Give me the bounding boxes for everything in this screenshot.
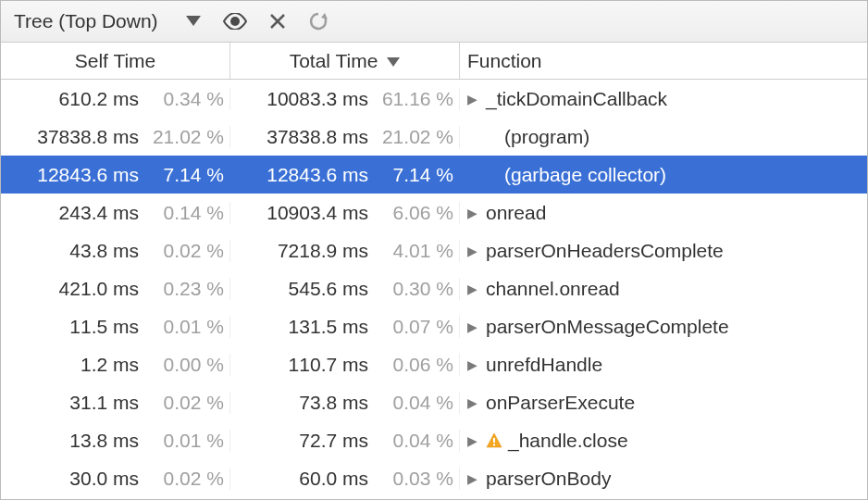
self-ms: 610.2 ms [9,88,139,110]
self-pct: 0.00 % [139,354,224,376]
total-pct: 21.02 % [368,126,453,148]
header-function-label: Function [467,50,542,72]
total-pct: 7.14 % [368,164,453,186]
function-name: onParserExecute [486,392,635,414]
cell-self-time: 37838.8 ms21.02 % [1,126,230,148]
expand-icon[interactable]: ▶ [467,395,480,410]
header-function[interactable]: Function [460,43,867,79]
header-total-time[interactable]: Total Time [230,43,460,79]
function-name: (program) [504,126,589,148]
self-ms: 37838.8 ms [9,126,139,148]
expand-icon[interactable]: ▶ [467,433,480,448]
self-pct: 7.14 % [139,164,224,186]
view-mode-title[interactable]: Tree (Top Down) [14,10,158,32]
table-row[interactable]: 30.0 ms0.02 %60.0 ms0.03 %▶parserOnBody [1,459,867,497]
cell-total-time: 545.6 ms0.30 % [230,278,460,300]
self-pct: 0.01 % [139,430,224,452]
cell-self-time: 43.8 ms0.02 % [1,240,230,262]
cell-total-time: 60.0 ms0.03 % [230,468,460,490]
total-pct: 0.30 % [368,278,453,300]
svg-marker-0 [186,16,201,26]
reload-icon[interactable] [308,11,329,31]
table-row[interactable]: 11.5 ms0.01 %131.5 ms0.07 %▶parserOnMess… [1,307,867,345]
sort-desc-icon [387,50,400,72]
self-pct: 0.02 % [139,240,224,262]
table-body: 610.2 ms0.34 %10083.3 ms61.16 %▶_tickDom… [1,80,867,500]
cell-self-time: 1.2 ms0.00 % [1,354,230,376]
total-ms: 60.0 ms [239,468,368,490]
table-header: Self Time Total Time Function [1,43,867,80]
total-pct: 0.03 % [368,468,453,490]
self-ms: 43.8 ms [9,240,139,262]
cell-self-time: 13.8 ms0.01 % [1,430,230,452]
table-row[interactable]: 13.8 ms0.01 %72.7 ms0.04 %▶_handle.close [1,421,867,459]
function-name: onread [486,202,546,224]
header-total-label: Total Time [290,50,378,72]
header-self-time[interactable]: Self Time [1,43,230,79]
self-ms: 1.2 ms [9,354,139,376]
self-pct: 0.34 % [139,88,224,110]
cell-function: ▶_tickDomainCallback [460,88,867,110]
expand-icon[interactable]: ▶ [467,244,480,258]
function-name: parserOnHeadersComplete [486,240,724,262]
total-pct: 0.04 % [368,392,453,414]
table-row[interactable]: 37838.8 ms21.02 %37838.8 ms21.02 %▶(prog… [1,118,867,156]
self-pct: 0.23 % [139,278,224,300]
function-name: parserOnBody [486,468,611,490]
function-name: unrefdHandle [486,354,602,376]
cell-function: ▶unrefdHandle [460,354,867,376]
total-ms: 10903.4 ms [239,202,368,224]
cell-total-time: 7218.9 ms4.01 % [230,240,460,262]
svg-point-1 [230,17,240,26]
cell-total-time: 37838.8 ms21.02 % [230,126,460,148]
cell-self-time: 243.4 ms0.14 % [1,202,230,224]
svg-marker-5 [387,57,400,67]
total-ms: 72.7 ms [239,430,368,452]
total-ms: 131.5 ms [239,316,368,338]
self-ms: 13.8 ms [9,430,139,452]
cell-self-time: 11.5 ms0.01 % [1,316,230,338]
self-pct: 0.02 % [139,392,224,414]
cell-self-time: 31.1 ms0.02 % [1,392,230,414]
cell-function: ▶(garbage collector) [460,164,867,186]
table-row[interactable]: 421.0 ms0.23 %545.6 ms0.30 %▶channel.onr… [1,269,867,307]
function-name: (garbage collector) [504,164,666,186]
table-row[interactable]: 43.8 ms0.02 %7218.9 ms4.01 %▶parserOnHea… [1,231,867,269]
cell-function: ▶(program) [460,126,867,148]
expand-icon[interactable]: ▶ [467,471,480,486]
cell-total-time: 12843.6 ms7.14 % [230,164,460,186]
total-ms: 545.6 ms [239,278,368,300]
cell-total-time: 110.7 ms0.06 % [230,354,460,376]
cell-self-time: 421.0 ms0.23 % [1,278,230,300]
cell-total-time: 10083.3 ms61.16 % [230,88,460,110]
total-pct: 0.04 % [368,430,453,452]
cell-total-time: 72.7 ms0.04 % [230,430,460,452]
table-row[interactable]: 12843.6 ms7.14 %12843.6 ms7.14 %▶(garbag… [1,156,867,194]
dropdown-icon[interactable] [186,16,201,27]
eye-icon[interactable] [223,13,247,30]
table-row[interactable]: 31.1 ms0.02 %73.8 ms0.04 %▶onParserExecu… [1,383,867,421]
self-ms: 11.5 ms [9,316,139,338]
expand-icon[interactable]: ▶ [467,357,480,372]
expand-icon[interactable]: ▶ [467,206,480,220]
expand-icon[interactable]: ▶ [467,281,480,296]
self-pct: 0.02 % [139,468,224,490]
function-name: parserOnMessageComplete [486,316,729,338]
table-row[interactable]: 243.4 ms0.14 %10903.4 ms6.06 %▶onread [1,194,867,231]
total-pct: 6.06 % [368,202,453,224]
cell-function: ▶_handle.close [460,430,867,452]
table-row[interactable]: 1.2 ms0.00 %110.7 ms0.06 %▶unrefdHandle [1,345,867,383]
total-pct: 4.01 % [368,240,453,262]
self-ms: 243.4 ms [9,202,139,224]
cell-function: ▶parserOnMessageComplete [460,316,867,338]
self-ms: 421.0 ms [9,278,139,300]
warning-icon [486,432,502,449]
expand-icon[interactable]: ▶ [467,319,480,334]
cell-function: ▶parserOnHeadersComplete [460,240,867,262]
cell-function: ▶channel.onread [460,278,867,300]
self-pct: 21.02 % [139,126,224,148]
expand-icon[interactable]: ▶ [467,92,480,106]
close-icon[interactable] [269,13,286,30]
table-row[interactable]: 610.2 ms0.34 %10083.3 ms61.16 %▶_tickDom… [1,80,867,118]
svg-rect-8 [493,444,495,445]
